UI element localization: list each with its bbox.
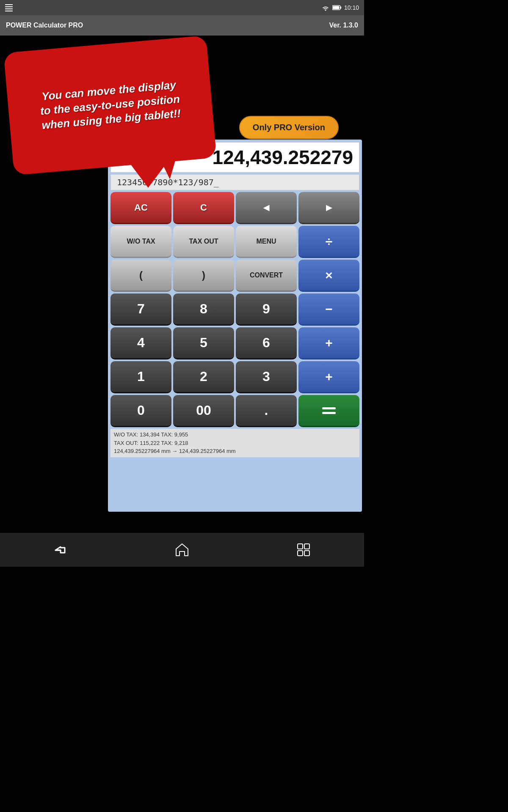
svg-rect-2 (333, 6, 339, 9)
plus-bottom-button[interactable]: + (298, 361, 359, 393)
c-button[interactable]: C (173, 192, 234, 224)
svg-rect-7 (298, 551, 303, 556)
btn-8[interactable]: 8 (173, 294, 234, 326)
time-display: 10:10 (344, 4, 359, 11)
convert-button[interactable]: CONVERT (236, 260, 297, 292)
btn-7[interactable]: 7 (110, 294, 171, 326)
status-bar: 10:10 (0, 0, 364, 15)
calc-info-bar: W/O TAX: 134,394 TAX: 9,955 TAX OUT: 115… (110, 429, 359, 457)
btn-9[interactable]: 9 (236, 294, 297, 326)
status-left (5, 4, 13, 11)
btn-4[interactable]: 4 (110, 327, 171, 359)
svg-rect-5 (298, 544, 303, 549)
right-arrow-button[interactable]: ▶ (298, 192, 359, 224)
button-row-7: 0 00 . (110, 395, 359, 427)
ac-button[interactable]: AC (110, 192, 171, 224)
btn-00[interactable]: 00 (173, 395, 234, 427)
btn-dot[interactable]: . (236, 395, 297, 427)
button-row-6: 1 2 3 + (110, 361, 359, 393)
button-row-1: AC C ◀ ▶ (110, 192, 359, 224)
svg-rect-1 (340, 6, 342, 8)
back-button[interactable] (50, 541, 71, 558)
btn-0[interactable]: 0 (110, 395, 171, 427)
button-row-3: ( ) CONVERT × (110, 260, 359, 292)
promo-text: You can move the displayto the easy-to-u… (39, 78, 182, 133)
btn-3[interactable]: 3 (236, 361, 297, 393)
equals-icon (321, 406, 337, 416)
info-line-2: TAX OUT: 115,222 TAX: 9,218 (114, 439, 356, 447)
left-arrow-button[interactable]: ◀ (236, 192, 297, 224)
divide-button[interactable]: ÷ (298, 226, 359, 258)
open-paren-button[interactable]: ( (110, 260, 171, 292)
button-row-2: W/O TAX TAX OUT MENU ÷ (110, 226, 359, 258)
promo-bubble: You can move the displayto the easy-to-u… (3, 36, 216, 176)
back-icon (52, 543, 69, 556)
btn-1[interactable]: 1 (110, 361, 171, 393)
info-line-1: W/O TAX: 134,394 TAX: 9,955 (114, 431, 356, 439)
close-paren-button[interactable]: ) (173, 260, 234, 292)
main-value: 124,439.252279 (212, 146, 353, 169)
btn-5[interactable]: 5 (173, 327, 234, 359)
multiply-button[interactable]: × (298, 260, 359, 292)
title-bar: POWER Calculator PRO Ver. 1.3.0 (0, 15, 364, 36)
nav-bar (0, 533, 364, 567)
svg-rect-4 (322, 412, 336, 414)
svg-rect-8 (304, 551, 309, 556)
home-icon (174, 542, 190, 557)
svg-rect-6 (304, 544, 309, 549)
app-name: POWER Calculator PRO (6, 22, 83, 29)
pro-badge: Only PRO Version (239, 116, 339, 139)
button-row-4: 7 8 9 − (110, 294, 359, 326)
add-button[interactable]: + (298, 327, 359, 359)
battery-icon (332, 5, 342, 11)
status-right: 10:10 (321, 4, 359, 11)
recent-apps-icon (296, 542, 311, 557)
calculator: 124,439.252279 123456+7890*123/987_ AC C… (108, 140, 362, 512)
home-button[interactable] (171, 541, 193, 558)
hamburger-icon (5, 4, 13, 11)
btn-2[interactable]: 2 (173, 361, 234, 393)
wo-tax-button[interactable]: W/O TAX (110, 226, 171, 258)
button-row-5: 4 5 6 + (110, 327, 359, 359)
info-line-3: 124,439.25227964 mm → 124,439.25227964 m… (114, 447, 356, 455)
version-label: Ver. 1.3.0 (329, 22, 358, 29)
wifi-icon (321, 4, 330, 11)
svg-rect-3 (322, 407, 336, 409)
tax-out-button[interactable]: TAX OUT (173, 226, 234, 258)
subtract-button[interactable]: − (298, 294, 359, 326)
recent-apps-button[interactable] (293, 541, 314, 558)
btn-6[interactable]: 6 (236, 327, 297, 359)
down-arrow-icon (129, 162, 167, 188)
equals-button[interactable] (298, 395, 359, 427)
menu-button[interactable]: MENU (236, 226, 297, 258)
